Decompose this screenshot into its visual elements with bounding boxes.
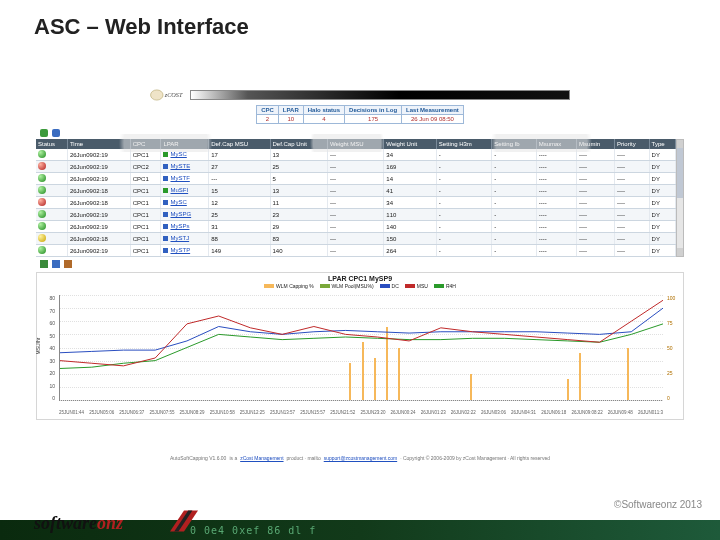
lpar-color-icon — [163, 176, 168, 181]
legend-swatch-icon — [434, 284, 444, 288]
legend-item: R4H — [434, 283, 456, 289]
table-row[interactable]: 26Jun0902:18CPC1MySC1211---34-----------… — [36, 197, 676, 209]
x-tick: 25JUN21:52 — [330, 410, 355, 415]
lpar-color-icon — [163, 152, 168, 157]
x-tick: 25JUN10:58 — [210, 410, 235, 415]
status-dot-icon — [38, 246, 46, 254]
scroll-down-icon[interactable] — [677, 248, 683, 256]
summary-header: Decisions in Log — [345, 106, 402, 115]
summary-header: Last Measurement — [402, 106, 464, 115]
legend-item: DC — [380, 283, 399, 289]
summary-header: CPC — [257, 106, 279, 115]
logo-slash-icon — [170, 510, 198, 532]
summary-table: CPCLPARHalo statusDecisions in LogLast M… — [256, 105, 464, 124]
summary-header: Halo status — [303, 106, 344, 115]
x-tick: 26JUN09:08:22 — [571, 410, 602, 415]
lpar-color-icon — [163, 188, 168, 193]
table-row[interactable]: 26Jun0902:19CPC1MySTF---5---14----------… — [36, 173, 676, 185]
x-tick: 25JUN06:37 — [119, 410, 144, 415]
legend-item: WLM Pool(MSU%) — [320, 283, 374, 289]
y-axis-right: 1007550250 — [667, 295, 681, 401]
series-line — [60, 308, 663, 353]
summary-value: 26 Jun 09 08:50 — [402, 115, 464, 124]
status-dot-icon — [38, 222, 46, 230]
lpar-link[interactable]: MySPG — [163, 211, 191, 217]
print-icon[interactable] — [64, 260, 72, 268]
svg-point-0 — [151, 90, 163, 100]
scroll-thumb[interactable] — [677, 148, 683, 198]
x-tick: 26JUN011:3 — [638, 410, 663, 415]
lpar-table: StatusTimeCPCLPARDef.Cap MSUDef.Cap Unit… — [36, 139, 676, 257]
x-tick: 25JUN15:57 — [300, 410, 325, 415]
lpar-link[interactable]: MySC — [163, 151, 186, 157]
table-row[interactable]: 26Jun0902:19CPC1MySPs3129---140---------… — [36, 221, 676, 233]
x-tick: 26JUN01:23 — [421, 410, 446, 415]
lpar-color-icon — [163, 236, 168, 241]
summary-value: 10 — [278, 115, 303, 124]
chart-toolbar — [36, 257, 684, 270]
lpar-color-icon — [163, 248, 168, 253]
lpar-link[interactable]: MySC — [163, 199, 186, 205]
x-tick: 25JUN05:06 — [89, 410, 114, 415]
table-row[interactable]: 26Jun0902:19CPC1MySPG2523---110---------… — [36, 209, 676, 221]
x-tick: 26JUN00:24 — [391, 410, 416, 415]
lpar-color-icon — [163, 164, 168, 169]
scroll-up-icon[interactable] — [677, 140, 683, 148]
table-row[interactable]: 26Jun0902:19CPC1MySTP149140---264-------… — [36, 245, 676, 257]
x-tick: 25JUN12:25 — [240, 410, 265, 415]
vertical-scrollbar[interactable] — [676, 139, 684, 257]
export-icon[interactable] — [40, 260, 48, 268]
lpar-link[interactable]: MySTP — [163, 247, 190, 253]
page-title: ASC – Web Interface — [0, 0, 720, 48]
status-dot-icon — [38, 198, 46, 206]
table-row[interactable]: 26Jun0902:18CPC1MySTJ8883---150---------… — [36, 233, 676, 245]
legend-item: MSU — [405, 283, 428, 289]
table-row[interactable]: 26Jun0902:19CPC2MySTE2725---169---------… — [36, 161, 676, 173]
x-tick: 26JUN03:06 — [481, 410, 506, 415]
x-tick: 26JUN04:31 — [511, 410, 536, 415]
x-tick: 25JUN23:20 — [360, 410, 385, 415]
lpar-link[interactable]: MySTE — [163, 163, 190, 169]
world-map-bg — [36, 134, 684, 152]
chart-title: LPAR CPC1 MySP9 — [37, 273, 683, 282]
legend-swatch-icon — [405, 284, 415, 288]
softwareonz-logo: softwareonz — [34, 513, 123, 534]
lpar-link[interactable]: MySTJ — [163, 235, 189, 241]
product-footer: AutoSoftCapping V1.6.00 is a zCost Manag… — [36, 448, 684, 468]
summary-value: 2 — [257, 115, 279, 124]
x-tick: 25JUN08:29 — [180, 410, 205, 415]
summary-value: 175 — [345, 115, 402, 124]
status-dot-icon — [38, 162, 46, 170]
lpar-chart: LPAR CPC1 MySP9 WLM Capping %WLM Pool(MS… — [36, 272, 684, 420]
x-axis: 25JUN01:4425JUN05:0625JUN06:3725JUN07:55… — [59, 410, 663, 415]
lpar-color-icon — [163, 224, 168, 229]
plot-area — [59, 295, 663, 401]
gradient-band — [190, 90, 570, 100]
table-row[interactable]: 26Jun0902:18CPC1MuSFI1513---41----------… — [36, 185, 676, 197]
summary-value: 4 — [303, 115, 344, 124]
lpar-color-icon — [163, 212, 168, 217]
legend-swatch-icon — [264, 284, 274, 288]
legend-swatch-icon — [380, 284, 390, 288]
lpar-link[interactable]: MuSFI — [163, 187, 188, 193]
x-tick: 25JUN07:55 — [149, 410, 174, 415]
svg-text:zCOST: zCOST — [164, 91, 183, 98]
brand-link[interactable]: zCost Management — [240, 455, 283, 461]
chart-legend: WLM Capping %WLM Pool(MSU%)DCMSUR4H — [37, 282, 683, 291]
refresh-icon[interactable] — [52, 260, 60, 268]
legend-item: WLM Capping % — [264, 283, 314, 289]
status-dot-icon — [38, 210, 46, 218]
y-axis-left: 80706050403020100 — [41, 295, 55, 401]
series-line — [60, 324, 663, 369]
x-tick: 26JUN09:48 — [608, 410, 633, 415]
legend-swatch-icon — [320, 284, 330, 288]
mail-link[interactable]: support@zcostmanagement.com — [324, 455, 397, 461]
x-tick: 25JUN13:57 — [270, 410, 295, 415]
lpar-link[interactable]: MySPs — [163, 223, 189, 229]
x-tick: 26JUN06:18 — [541, 410, 566, 415]
status-dot-icon — [38, 186, 46, 194]
lpar-color-icon — [163, 200, 168, 205]
x-tick: 25JUN01:44 — [59, 410, 84, 415]
screenshot-panel: zCOST CPCLPARHalo statusDecisions in Log… — [36, 88, 684, 468]
lpar-link[interactable]: MySTF — [163, 175, 189, 181]
